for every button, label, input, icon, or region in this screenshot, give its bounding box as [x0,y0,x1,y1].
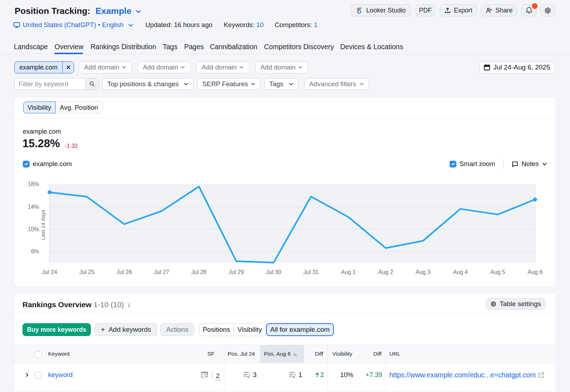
svg-text:Aug 1: Aug 1 [341,269,356,275]
svg-text:18%: 18% [28,181,39,187]
svg-text:14%: 14% [28,204,39,210]
svg-text:Aug 4: Aug 4 [453,269,468,275]
svg-text:Last 14 days: Last 14 days [40,210,46,240]
svg-text:Jul 24: Jul 24 [42,269,57,275]
svg-text:Aug 2: Aug 2 [378,269,393,275]
svg-text:Jul 26: Jul 26 [116,269,132,275]
svg-text:Aug 6: Aug 6 [528,269,543,275]
svg-text:Jul 30: Jul 30 [266,269,281,275]
svg-text:Jul 28: Jul 28 [191,269,207,275]
svg-text:6%: 6% [31,248,39,254]
svg-text:Jul 27: Jul 27 [154,269,169,275]
svg-text:10%: 10% [28,226,39,232]
svg-text:Aug 3: Aug 3 [416,269,431,275]
svg-text:Jul 29: Jul 29 [229,269,244,275]
svg-text:Jul 25: Jul 25 [79,269,94,275]
svg-text:Aug 5: Aug 5 [490,269,505,275]
svg-text:Jul 31: Jul 31 [304,269,319,275]
